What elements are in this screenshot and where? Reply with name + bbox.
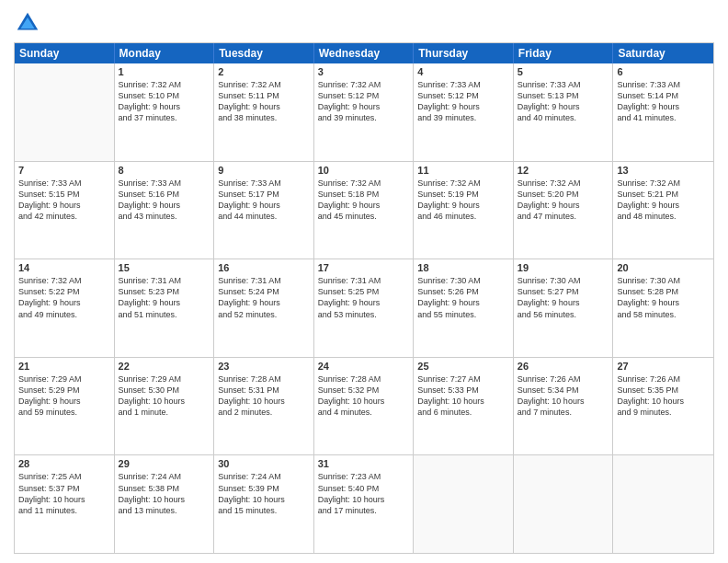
calendar-row-3: 21Sunrise: 7:29 AMSunset: 5:29 PMDayligh… — [15, 357, 713, 455]
cell-details: Sunrise: 7:32 AMSunset: 5:19 PMDaylight:… — [417, 178, 509, 223]
day-number: 25 — [417, 361, 509, 372]
cell-details: Sunrise: 7:28 AMSunset: 5:31 PMDaylight:… — [218, 373, 310, 419]
calendar-cell: 13Sunrise: 7:32 AMSunset: 5:21 PMDayligh… — [613, 162, 713, 259]
calendar-cell: 19Sunrise: 7:30 AMSunset: 5:27 PMDayligh… — [514, 259, 614, 357]
calendar-cell: 25Sunrise: 7:27 AMSunset: 5:33 PMDayligh… — [414, 358, 514, 455]
calendar: SundayMondayTuesdayWednesdayThursdayFrid… — [14, 42, 714, 554]
calendar-row-0: 1Sunrise: 7:32 AMSunset: 5:10 PMDaylight… — [15, 63, 713, 161]
cell-details: Sunrise: 7:32 AMSunset: 5:21 PMDaylight:… — [617, 178, 710, 223]
calendar-cell — [613, 455, 713, 553]
day-number: 31 — [318, 458, 410, 469]
calendar-cell: 2Sunrise: 7:32 AMSunset: 5:11 PMDaylight… — [214, 63, 314, 161]
day-number: 14 — [18, 262, 110, 273]
cell-details: Sunrise: 7:33 AMSunset: 5:15 PMDaylight:… — [18, 178, 110, 223]
day-number: 23 — [218, 361, 310, 372]
day-number: 3 — [318, 66, 410, 77]
calendar-row-1: 7Sunrise: 7:33 AMSunset: 5:15 PMDaylight… — [15, 161, 713, 259]
cell-details: Sunrise: 7:30 AMSunset: 5:28 PMDaylight:… — [617, 275, 710, 320]
calendar-cell: 18Sunrise: 7:30 AMSunset: 5:26 PMDayligh… — [414, 259, 514, 357]
logo — [14, 9, 45, 37]
calendar-cell: 12Sunrise: 7:32 AMSunset: 5:20 PMDayligh… — [514, 162, 614, 259]
day-number: 17 — [318, 262, 410, 273]
calendar-cell: 23Sunrise: 7:28 AMSunset: 5:31 PMDayligh… — [214, 358, 314, 455]
calendar-cell: 4Sunrise: 7:33 AMSunset: 5:12 PMDaylight… — [414, 63, 514, 161]
calendar-cell: 27Sunrise: 7:26 AMSunset: 5:35 PMDayligh… — [613, 358, 713, 455]
day-number: 11 — [417, 165, 509, 176]
header-day-saturday: Saturday — [613, 43, 713, 63]
cell-details: Sunrise: 7:32 AMSunset: 5:18 PMDaylight:… — [318, 178, 410, 223]
day-number: 4 — [417, 66, 509, 77]
header-day-tuesday: Tuesday — [214, 43, 314, 63]
cell-details: Sunrise: 7:27 AMSunset: 5:33 PMDaylight:… — [417, 373, 509, 419]
calendar-cell: 28Sunrise: 7:25 AMSunset: 5:37 PMDayligh… — [15, 455, 115, 553]
day-number: 21 — [18, 361, 110, 372]
header-day-monday: Monday — [115, 43, 215, 63]
calendar-cell: 9Sunrise: 7:33 AMSunset: 5:17 PMDaylight… — [214, 162, 314, 259]
day-number: 26 — [518, 361, 609, 372]
day-number: 2 — [218, 66, 310, 77]
cell-details: Sunrise: 7:32 AMSunset: 5:12 PMDaylight:… — [318, 79, 410, 124]
calendar-cell — [414, 455, 514, 553]
cell-details: Sunrise: 7:30 AMSunset: 5:27 PMDaylight:… — [518, 275, 609, 320]
calendar-cell: 8Sunrise: 7:33 AMSunset: 5:16 PMDaylight… — [115, 162, 215, 259]
calendar-body: 1Sunrise: 7:32 AMSunset: 5:10 PMDaylight… — [15, 63, 713, 553]
calendar-cell: 6Sunrise: 7:33 AMSunset: 5:14 PMDaylight… — [613, 63, 713, 161]
calendar-cell: 17Sunrise: 7:31 AMSunset: 5:25 PMDayligh… — [314, 259, 415, 357]
cell-details: Sunrise: 7:26 AMSunset: 5:34 PMDaylight:… — [518, 373, 609, 419]
day-number: 10 — [318, 165, 410, 176]
cell-details: Sunrise: 7:33 AMSunset: 5:14 PMDaylight:… — [617, 79, 710, 124]
calendar-header: SundayMondayTuesdayWednesdayThursdayFrid… — [15, 43, 713, 63]
cell-details: Sunrise: 7:26 AMSunset: 5:35 PMDaylight:… — [617, 373, 710, 419]
day-number: 18 — [417, 262, 509, 273]
calendar-cell: 26Sunrise: 7:26 AMSunset: 5:34 PMDayligh… — [514, 358, 614, 455]
day-number: 5 — [518, 66, 609, 77]
calendar-cell: 14Sunrise: 7:32 AMSunset: 5:22 PMDayligh… — [15, 259, 115, 357]
calendar-cell: 24Sunrise: 7:28 AMSunset: 5:32 PMDayligh… — [314, 358, 415, 455]
cell-details: Sunrise: 7:28 AMSunset: 5:32 PMDaylight:… — [318, 373, 410, 419]
cell-details: Sunrise: 7:23 AMSunset: 5:40 PMDaylight:… — [318, 471, 410, 516]
header-day-sunday: Sunday — [15, 43, 115, 63]
cell-details: Sunrise: 7:24 AMSunset: 5:39 PMDaylight:… — [218, 471, 310, 516]
cell-details: Sunrise: 7:32 AMSunset: 5:11 PMDaylight:… — [218, 79, 310, 124]
calendar-cell: 3Sunrise: 7:32 AMSunset: 5:12 PMDaylight… — [314, 63, 415, 161]
day-number: 20 — [617, 262, 710, 273]
cell-details: Sunrise: 7:29 AMSunset: 5:29 PMDaylight:… — [18, 373, 110, 419]
day-number: 16 — [218, 262, 310, 273]
calendar-cell: 20Sunrise: 7:30 AMSunset: 5:28 PMDayligh… — [613, 259, 713, 357]
cell-details: Sunrise: 7:30 AMSunset: 5:26 PMDaylight:… — [417, 275, 509, 320]
cell-details: Sunrise: 7:33 AMSunset: 5:12 PMDaylight:… — [417, 79, 509, 124]
calendar-row-4: 28Sunrise: 7:25 AMSunset: 5:37 PMDayligh… — [15, 454, 713, 553]
cell-details: Sunrise: 7:32 AMSunset: 5:10 PMDaylight:… — [119, 79, 210, 124]
day-number: 15 — [119, 262, 210, 273]
cell-details: Sunrise: 7:24 AMSunset: 5:38 PMDaylight:… — [119, 471, 210, 516]
cell-details: Sunrise: 7:33 AMSunset: 5:16 PMDaylight:… — [119, 178, 210, 223]
day-number: 27 — [617, 361, 710, 372]
calendar-cell — [514, 455, 614, 553]
calendar-cell: 5Sunrise: 7:33 AMSunset: 5:13 PMDaylight… — [514, 63, 614, 161]
cell-details: Sunrise: 7:33 AMSunset: 5:17 PMDaylight:… — [218, 178, 310, 223]
cell-details: Sunrise: 7:33 AMSunset: 5:13 PMDaylight:… — [518, 79, 609, 124]
day-number: 8 — [119, 165, 210, 176]
page: SundayMondayTuesdayWednesdayThursdayFrid… — [0, 0, 728, 563]
day-number: 22 — [119, 361, 210, 372]
cell-details: Sunrise: 7:32 AMSunset: 5:20 PMDaylight:… — [518, 178, 609, 223]
logo-icon — [14, 9, 41, 37]
calendar-row-2: 14Sunrise: 7:32 AMSunset: 5:22 PMDayligh… — [15, 259, 713, 357]
day-number: 12 — [518, 165, 609, 176]
day-number: 6 — [617, 66, 710, 77]
calendar-cell: 21Sunrise: 7:29 AMSunset: 5:29 PMDayligh… — [15, 358, 115, 455]
calendar-cell — [15, 63, 115, 161]
cell-details: Sunrise: 7:29 AMSunset: 5:30 PMDaylight:… — [119, 373, 210, 419]
header — [14, 9, 714, 37]
day-number: 1 — [119, 66, 210, 77]
calendar-cell: 30Sunrise: 7:24 AMSunset: 5:39 PMDayligh… — [214, 455, 314, 553]
day-number: 13 — [617, 165, 710, 176]
calendar-cell: 11Sunrise: 7:32 AMSunset: 5:19 PMDayligh… — [414, 162, 514, 259]
calendar-cell: 10Sunrise: 7:32 AMSunset: 5:18 PMDayligh… — [314, 162, 415, 259]
calendar-cell: 31Sunrise: 7:23 AMSunset: 5:40 PMDayligh… — [314, 455, 415, 553]
calendar-cell: 22Sunrise: 7:29 AMSunset: 5:30 PMDayligh… — [115, 358, 215, 455]
calendar-cell: 15Sunrise: 7:31 AMSunset: 5:23 PMDayligh… — [115, 259, 215, 357]
calendar-cell: 29Sunrise: 7:24 AMSunset: 5:38 PMDayligh… — [115, 455, 215, 553]
day-number: 29 — [119, 458, 210, 469]
day-number: 9 — [218, 165, 310, 176]
